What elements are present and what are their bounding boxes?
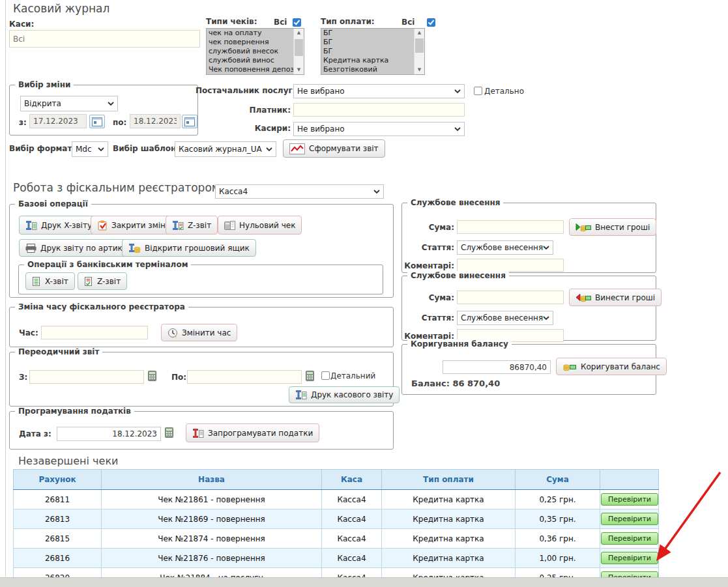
close-shift-button[interactable]: Закрити зміну [91, 216, 177, 235]
periodic-to-input[interactable] [187, 370, 302, 384]
cell-sum: 0,25 грн. [516, 490, 600, 509]
verify-button[interactable]: Перевірити [601, 493, 658, 506]
check-type-option[interactable]: чек на оплату [207, 29, 293, 38]
cash-in-comment-input[interactable] [457, 259, 564, 272]
scroll-down-icon[interactable]: ▼ [415, 66, 424, 74]
terminal-report-icon [32, 276, 41, 287]
printer-icon [25, 244, 36, 253]
cash-in-article-select[interactable]: Службове внесення [457, 240, 553, 255]
payment-type-option[interactable]: БГ [321, 47, 414, 56]
shift-from-date-input[interactable] [29, 114, 87, 128]
shift-to-calendar-button[interactable] [182, 115, 197, 128]
cash-in-fieldset: Службове внесення Сума: Внести гроші Ста… [401, 203, 656, 273]
check-type-option[interactable]: чек повернення [207, 38, 293, 47]
calculator-icon [165, 427, 173, 438]
format-select[interactable]: Mdc [72, 141, 108, 157]
scroll-up-icon[interactable]: ▲ [294, 29, 304, 37]
fiscal-register-select[interactable]: Касса4 [215, 184, 384, 199]
cash-out-article-select[interactable]: Службове внесення [457, 311, 553, 325]
periodic-report-legend: Переодичний звіт [15, 347, 102, 356]
tax-date-picker-button[interactable] [165, 427, 173, 440]
shift-to-label: по: [113, 118, 126, 127]
left-panel-divider [5, 0, 6, 577]
chevron-down-icon [108, 102, 114, 106]
payment-type-option[interactable]: БГ [321, 38, 414, 47]
cash-register-icon [172, 220, 184, 231]
chevron-down-icon [454, 127, 461, 131]
cash-in-comment-label: Коментарі: [403, 261, 454, 270]
cash-out-sum-input[interactable] [457, 291, 564, 304]
terminal-x-report-button[interactable]: X-звіт [25, 272, 75, 290]
program-taxes-button[interactable]: Запрограмувати податки [186, 423, 319, 442]
verify-button[interactable]: Перевірити [601, 513, 658, 525]
chart-icon [289, 143, 305, 154]
periodic-detailed-checkbox[interactable] [321, 371, 330, 380]
table-row: 26811Чек №21861 - поверненняКасса4Кредит… [14, 490, 659, 509]
scroll-up-icon[interactable]: ▲ [415, 29, 424, 37]
payment-type-option[interactable]: Безготівковий [321, 65, 414, 74]
scroll-thumb[interactable] [415, 38, 424, 53]
coins-banknote-icon [562, 362, 577, 371]
cell-kasa: Касса4 [322, 490, 382, 509]
time-change-legend: Зміна часу фіскального реєстратора [15, 302, 188, 311]
payment-type-option[interactable]: Кредитна картка [321, 56, 414, 65]
cash-out-button[interactable]: Винести гроші [569, 289, 662, 306]
periodic-to-picker-button[interactable] [306, 371, 314, 384]
print-x-report-button[interactable]: Друк X-звіту [19, 216, 98, 235]
cell-payment: Кредитна картка [382, 490, 516, 509]
periodic-report-fieldset: Переодичний звіт З: По: Детальний [9, 352, 394, 407]
cash-registers-label: Каси: [9, 20, 34, 29]
shift-state-select[interactable]: Відкрита [20, 96, 118, 111]
cash-in-legend: Службове внесення [407, 198, 503, 207]
money-in-icon [575, 222, 591, 232]
cash-in-sum-input[interactable] [457, 220, 564, 234]
check-type-option[interactable]: службовий внесок [207, 47, 293, 56]
generate-report-button[interactable]: Сформувати звіт [283, 139, 385, 158]
balance-adjust-fieldset: Коригування балансу Коригувати баланс Ба… [401, 344, 656, 395]
scroll-down-icon[interactable]: ▼ [294, 66, 304, 74]
calculator-document-icon [224, 220, 235, 231]
column-header: Тип оплати [382, 470, 516, 490]
tax-date-input[interactable] [57, 427, 161, 441]
provider-label: Постачальник послуг: [196, 86, 291, 95]
bank-terminal-fieldset: Операції з банківським терміналом X-звіт… [18, 265, 383, 294]
shift-to-date-input[interactable] [130, 114, 181, 128]
verify-button[interactable]: Перевірити [601, 532, 658, 545]
template-select[interactable]: Касовий журнал_UA [175, 141, 276, 157]
check-type-option[interactable]: Чек поповнення депозит [207, 65, 293, 74]
calendar-icon [184, 117, 195, 126]
cell-action: Перевірити [600, 490, 659, 509]
payer-input[interactable] [293, 103, 465, 117]
payment-types-all-checkbox[interactable] [427, 18, 435, 27]
scroll-thumb[interactable] [295, 39, 303, 56]
periodic-from-picker-button[interactable] [148, 371, 156, 384]
check-types-all-checkbox[interactable] [293, 18, 301, 27]
cash-drawer-coins-icon [128, 243, 141, 253]
cashiers-select[interactable]: Не вибрано [293, 122, 465, 136]
payment-type-option[interactable]: БГ [321, 29, 414, 38]
payment-types-scrollbar[interactable]: ▲ ▼ [414, 29, 424, 74]
check-type-option[interactable]: службовий винос [207, 56, 293, 65]
cash-registers-input[interactable] [9, 30, 200, 48]
change-time-button[interactable]: Змінити час [161, 324, 237, 341]
cash-in-button[interactable]: Внести гроші [569, 218, 656, 236]
cash-register-icon [25, 220, 37, 231]
balance-amount-input[interactable] [443, 360, 551, 374]
periodic-from-input[interactable] [29, 370, 144, 384]
verify-button[interactable]: Перевірити [601, 552, 658, 564]
time-input[interactable] [41, 326, 148, 339]
periodic-from-label: З: [19, 373, 27, 382]
open-cash-drawer-button[interactable]: Відкрити грошовий ящик [122, 239, 256, 257]
payment-types-listbox[interactable]: БГБГБГКредитна карткаБезготівковий ▲ ▼ [321, 28, 425, 75]
provider-select[interactable]: Не вибрано [293, 84, 465, 98]
z-report-button[interactable]: Z-звіт [166, 216, 218, 235]
detailed-checkbox[interactable] [474, 87, 482, 95]
check-types-scrollbar[interactable]: ▲ ▼ [293, 29, 304, 74]
terminal-z-report-button[interactable]: Z-звіт [78, 272, 127, 290]
shift-from-calendar-button[interactable] [89, 115, 105, 128]
check-types-listbox[interactable]: чек на оплатучек поверненняслужбовий вне… [206, 28, 304, 75]
zero-check-button[interactable]: Нульовий чек [218, 216, 302, 235]
adjust-balance-button[interactable]: Коригувати баланс [556, 358, 667, 375]
column-header: Назва [102, 470, 322, 490]
print-cash-report-button[interactable]: Друк касового звіту [289, 386, 400, 403]
